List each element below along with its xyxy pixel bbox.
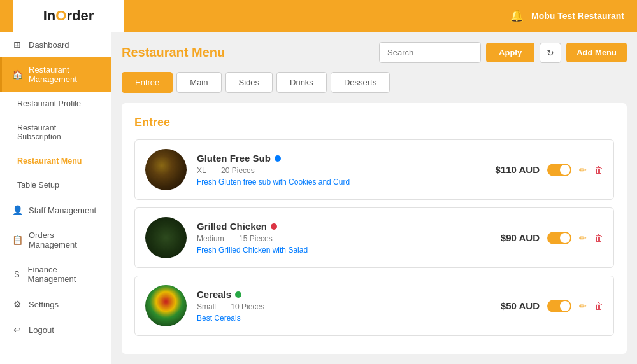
refresh-icon: ↻ bbox=[547, 48, 554, 58]
edit-icon-cereals[interactable]: ✏ bbox=[579, 301, 587, 311]
item-meta-gluten-free-sub: XL 20 Pieces bbox=[197, 166, 485, 175]
item-details-grilled-chicken: Grilled Chicken Medium 15 Pieces Fresh G… bbox=[197, 221, 490, 255]
item-toggle-grilled-chicken[interactable] bbox=[547, 232, 571, 244]
top-header: InOrder 🔔 Mobu Test Restaurant bbox=[0, 0, 637, 32]
sidebar-item-settings[interactable]: ⚙ Settings bbox=[0, 291, 111, 317]
item-desc-grilled-chicken: Fresh Grilled Chicken with Salad bbox=[197, 246, 490, 255]
sidebar-item-restaurant-subscription[interactable]: Restaurant Subscription bbox=[0, 116, 111, 149]
item-desc-cereals: Best Cereals bbox=[197, 314, 490, 323]
sidebar-label-staff-management: Staff Management bbox=[29, 206, 96, 215]
sidebar-label-orders-management: Orders Management bbox=[29, 230, 101, 249]
logo: InOrder bbox=[43, 8, 94, 24]
page-title: Restaurant Menu bbox=[122, 45, 225, 60]
delete-icon-cereals[interactable]: 🗑 bbox=[594, 301, 603, 311]
header-right: 🔔 Mobu Test Restaurant bbox=[510, 9, 624, 23]
item-name-cereals: Cereals bbox=[197, 289, 490, 300]
sidebar: ⊞ Dashboard 🏠 Restaurant Management Rest… bbox=[0, 32, 111, 364]
sidebar-item-table-setup[interactable]: Table Setup bbox=[0, 173, 111, 197]
item-image-grilled-chicken bbox=[145, 217, 187, 258]
sidebar-label-table-setup: Table Setup bbox=[17, 181, 59, 190]
content-area: Restaurant Menu Apply ↻ Add Menu Entree … bbox=[111, 32, 637, 364]
sidebar-label-restaurant-profile: Restaurant Profile bbox=[17, 99, 81, 108]
delete-icon-gluten-free-sub[interactable]: 🗑 bbox=[594, 165, 603, 175]
logo-area: InOrder bbox=[13, 0, 124, 32]
sidebar-label-settings: Settings bbox=[29, 300, 59, 309]
item-meta-cereals: Small 10 Pieces bbox=[197, 302, 490, 311]
sidebar-item-restaurant-menu[interactable]: Restaurant Menu bbox=[0, 149, 111, 173]
item-price-cereals: $50 AUD bbox=[501, 300, 540, 311]
status-dot-blue bbox=[275, 155, 281, 162]
tab-sides[interactable]: Sides bbox=[225, 72, 273, 93]
edit-icon-grilled-chicken[interactable]: ✏ bbox=[579, 233, 587, 243]
search-input[interactable] bbox=[379, 42, 481, 63]
sidebar-label-finance-management: Finance Management bbox=[28, 265, 101, 284]
sidebar-label-restaurant-menu: Restaurant Menu bbox=[17, 157, 82, 165]
add-menu-button[interactable]: Add Menu bbox=[566, 43, 627, 62]
menu-section: Entree Gluten Free Sub XL 20 Pieces Fres… bbox=[122, 103, 627, 354]
sidebar-item-dashboard[interactable]: ⊞ Dashboard bbox=[0, 32, 111, 57]
sidebar-item-restaurant-profile[interactable]: Restaurant Profile bbox=[0, 92, 111, 116]
item-price-area-gluten-free-sub: $110 AUD ✏ 🗑 bbox=[496, 164, 603, 176]
tab-drinks[interactable]: Drinks bbox=[276, 72, 327, 93]
main-layout: ⊞ Dashboard 🏠 Restaurant Management Rest… bbox=[0, 32, 637, 364]
menu-item-cereals: Cereals Small 10 Pieces Best Cereals $50… bbox=[134, 276, 614, 336]
finance-management-icon: $ bbox=[12, 269, 22, 279]
item-name-grilled-chicken: Grilled Chicken bbox=[197, 221, 490, 232]
section-title: Entree bbox=[134, 116, 614, 129]
content-header: Restaurant Menu Apply ↻ Add Menu bbox=[122, 42, 627, 63]
tab-desserts[interactable]: Desserts bbox=[331, 72, 390, 93]
item-price-grilled-chicken: $90 AUD bbox=[501, 232, 540, 243]
sidebar-label-restaurant-subscription: Restaurant Subscription bbox=[17, 123, 101, 141]
item-price-area-cereals: $50 AUD ✏ 🗑 bbox=[501, 300, 603, 312]
refresh-button[interactable]: ↻ bbox=[540, 43, 561, 63]
item-toggle-cereals[interactable] bbox=[547, 300, 571, 312]
sidebar-label-dashboard: Dashboard bbox=[29, 40, 69, 50]
item-details-gluten-free-sub: Gluten Free Sub XL 20 Pieces Fresh Glute… bbox=[197, 153, 485, 186]
tab-entree[interactable]: Entree bbox=[122, 72, 173, 93]
delete-icon-grilled-chicken[interactable]: 🗑 bbox=[594, 233, 603, 243]
bell-icon[interactable]: 🔔 bbox=[510, 9, 524, 23]
sidebar-item-restaurant-management[interactable]: 🏠 Restaurant Management bbox=[0, 57, 111, 92]
item-image-gluten-free-sub bbox=[145, 149, 187, 190]
status-dot-green bbox=[235, 291, 241, 298]
apply-button[interactable]: Apply bbox=[486, 43, 534, 62]
sidebar-item-staff-management[interactable]: 👤 Staff Management bbox=[0, 197, 111, 223]
orders-management-icon: 📋 bbox=[12, 235, 22, 245]
sidebar-label-restaurant-management: Restaurant Management bbox=[29, 65, 101, 84]
sidebar-label-logout: Logout bbox=[29, 325, 54, 335]
item-price-area-grilled-chicken: $90 AUD ✏ 🗑 bbox=[501, 232, 603, 244]
sidebar-item-logout[interactable]: ↩ Logout bbox=[0, 317, 111, 342]
settings-icon: ⚙ bbox=[12, 299, 22, 309]
header-actions: Apply ↻ Add Menu bbox=[379, 42, 627, 63]
item-toggle-gluten-free-sub[interactable] bbox=[547, 164, 571, 176]
restaurant-name: Mobu Test Restaurant bbox=[531, 11, 624, 21]
item-meta-grilled-chicken: Medium 15 Pieces bbox=[197, 234, 490, 243]
tab-main[interactable]: Main bbox=[176, 72, 221, 93]
staff-management-icon: 👤 bbox=[12, 205, 22, 215]
edit-icon-gluten-free-sub[interactable]: ✏ bbox=[579, 165, 587, 175]
item-details-cereals: Cereals Small 10 Pieces Best Cereals bbox=[197, 289, 490, 323]
item-price-gluten-free-sub: $110 AUD bbox=[496, 164, 540, 175]
item-desc-gluten-free-sub: Fresh Gluten free sub with Cookies and C… bbox=[197, 178, 485, 186]
dashboard-icon: ⊞ bbox=[12, 39, 22, 50]
logout-icon: ↩ bbox=[12, 325, 22, 335]
item-image-cereals bbox=[145, 285, 187, 326]
menu-item-grilled-chicken: Grilled Chicken Medium 15 Pieces Fresh G… bbox=[134, 207, 614, 268]
item-name-gluten-free-sub: Gluten Free Sub bbox=[197, 153, 485, 164]
tabs-bar: Entree Main Sides Drinks Desserts bbox=[122, 72, 627, 93]
restaurant-management-icon: 🏠 bbox=[12, 69, 22, 80]
menu-item-gluten-free-sub: Gluten Free Sub XL 20 Pieces Fresh Glute… bbox=[134, 139, 614, 200]
status-dot-red bbox=[271, 223, 277, 230]
sidebar-item-orders-management[interactable]: 📋 Orders Management bbox=[0, 223, 111, 257]
sidebar-item-finance-management[interactable]: $ Finance Management bbox=[0, 257, 111, 291]
